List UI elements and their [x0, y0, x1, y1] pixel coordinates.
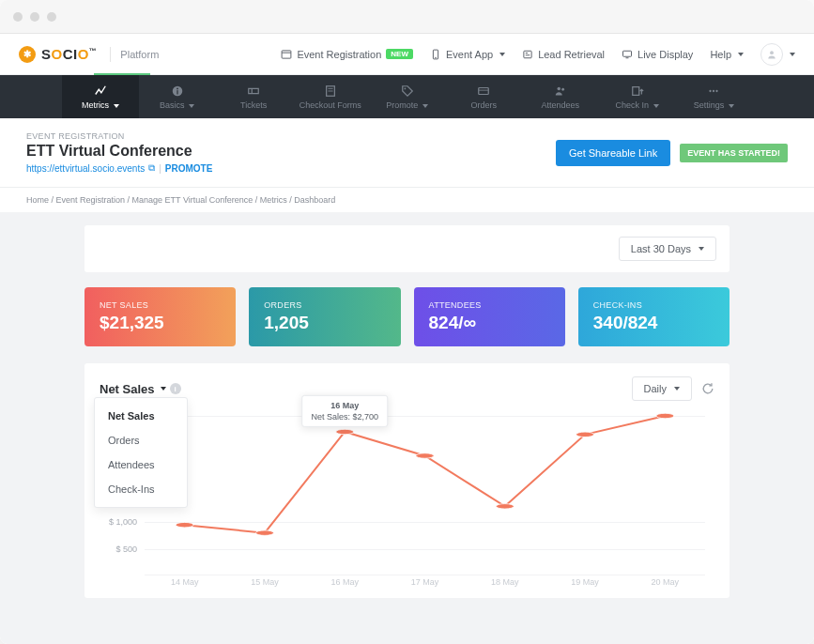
- nav-basics[interactable]: Basics: [139, 75, 216, 118]
- chevron-down-icon: [499, 53, 505, 56]
- nav-label: Metrics: [82, 100, 119, 110]
- window-dot: [13, 12, 23, 22]
- y-axis-label: $ 1,000: [109, 517, 143, 527]
- nav-check in[interactable]: Check In: [599, 75, 676, 118]
- x-axis-label: 16 May: [305, 577, 385, 594]
- topnav-event-app[interactable]: Event App: [430, 49, 505, 60]
- dropdown-item[interactable]: Check-Ins: [95, 477, 187, 501]
- chart-tooltip: 16 MayNet Sales: $2,700: [301, 395, 388, 427]
- form-icon: [323, 84, 338, 98]
- topnav-lead-retrieval[interactable]: Lead Retrieval: [522, 49, 605, 60]
- product-label: Platform: [110, 47, 168, 62]
- stat-label: ATTENDEES: [429, 300, 550, 310]
- x-axis-label: 18 May: [465, 577, 545, 594]
- page-title: ETT Virtual Conference: [26, 143, 556, 160]
- stat-label: ORDERS: [264, 300, 385, 310]
- main-nav: Metrics Basics Tickets Checkout Forms Pr…: [0, 75, 814, 118]
- people-icon: [553, 84, 568, 98]
- event-status-badge: EVENT HAS STARTED!: [680, 144, 788, 162]
- tag-icon: [400, 84, 415, 98]
- nav-attendees[interactable]: Attendees: [522, 75, 599, 118]
- nav-settings[interactable]: Settings: [675, 75, 752, 118]
- topnav-event-registration[interactable]: Event Registration NEW: [281, 49, 413, 60]
- data-point[interactable]: [496, 504, 514, 509]
- ticket-icon: [246, 84, 261, 98]
- nav-orders[interactable]: Orders: [445, 75, 522, 118]
- metric-dropdown: Net Sales Orders Attendees Check-Ins: [94, 397, 188, 508]
- data-point[interactable]: [176, 522, 193, 527]
- chart-interval-select[interactable]: Daily: [632, 376, 692, 401]
- stat-label: CHECK-INS: [593, 300, 714, 310]
- nav-checkout forms[interactable]: Checkout Forms: [292, 75, 369, 118]
- dropdown-item[interactable]: Net Sales: [95, 404, 187, 428]
- nav-promote[interactable]: Promote: [369, 75, 446, 118]
- svg-rect-0: [283, 50, 292, 57]
- stat-value: $21,325: [100, 313, 221, 333]
- svg-point-22: [710, 89, 712, 91]
- dots-icon: [706, 84, 721, 98]
- tooltip-date: 16 May: [311, 401, 378, 410]
- logo-mark-icon: ✱: [19, 46, 36, 63]
- breadcrumb[interactable]: Home / Event Registration / Manage ETT V…: [0, 187, 814, 212]
- chevron-down-icon: [790, 53, 795, 56]
- event-url-link[interactable]: https://ettvirtual.socio.events: [26, 163, 145, 174]
- brand-logo[interactable]: ✱ SOCIO™: [19, 46, 97, 63]
- nav-label: Check In: [616, 100, 659, 110]
- new-badge: NEW: [386, 49, 413, 59]
- svg-point-9: [770, 51, 774, 54]
- stat-card-orders[interactable]: ORDERS 1,205: [249, 287, 400, 346]
- svg-point-16: [404, 87, 406, 89]
- data-point[interactable]: [255, 530, 273, 535]
- user-menu[interactable]: [760, 43, 795, 66]
- orders-icon: [476, 84, 491, 98]
- nav-label: Promote: [386, 100, 428, 110]
- svg-point-24: [716, 89, 718, 91]
- refresh-icon[interactable]: [701, 382, 714, 395]
- stat-label: NET SALES: [100, 300, 221, 310]
- chevron-down-icon: [699, 247, 704, 251]
- page-header: EVENT REGISTRATION ETT Virtual Conferenc…: [0, 118, 814, 187]
- date-range-select[interactable]: Last 30 Days: [619, 237, 716, 261]
- svg-point-20: [561, 87, 564, 90]
- x-axis-label: 14 May: [145, 577, 224, 594]
- data-point[interactable]: [576, 432, 594, 437]
- checkin-icon: [630, 84, 645, 98]
- chevron-down-icon: [738, 53, 744, 56]
- svg-point-19: [557, 86, 561, 90]
- promote-link[interactable]: PROMOTE: [165, 163, 213, 174]
- chart-metric-select[interactable]: Net Sales i: [100, 382, 181, 396]
- chart-body: $ 3,000$ 1,000$ 500 16 MayNet Sales: $2,…: [100, 416, 714, 594]
- x-axis-label: 20 May: [625, 577, 705, 594]
- stat-value: 824/∞: [429, 313, 550, 333]
- browser-chrome: [0, 0, 814, 34]
- nav-metrics[interactable]: Metrics: [62, 75, 139, 118]
- stat-card-check-ins[interactable]: CHECK-INS 340/824: [578, 287, 730, 346]
- info-icon[interactable]: i: [170, 383, 181, 394]
- dropdown-item[interactable]: Orders: [95, 428, 187, 452]
- window-icon: [281, 49, 292, 60]
- tooltip-value: Net Sales: $2,700: [311, 412, 378, 422]
- topnav-live-display[interactable]: Live Display: [622, 49, 693, 60]
- stat-card-attendees[interactable]: ATTENDEES 824/∞: [414, 287, 565, 346]
- brand-name: SOCIO™: [41, 46, 97, 62]
- nav-tickets[interactable]: Tickets: [215, 75, 292, 118]
- stat-card-net-sales[interactable]: NET SALES $21,325: [84, 287, 236, 346]
- data-point[interactable]: [336, 429, 354, 434]
- dropdown-item[interactable]: Attendees: [95, 452, 187, 477]
- svg-point-11: [177, 87, 178, 89]
- nav-label: Tickets: [240, 100, 267, 110]
- data-point[interactable]: [416, 453, 434, 458]
- window-dot: [30, 12, 39, 22]
- shareable-link-button[interactable]: Get Shareable Link: [556, 140, 670, 166]
- stat-value: 340/824: [593, 313, 714, 333]
- stat-value: 1,205: [264, 313, 385, 333]
- window-dot: [47, 12, 56, 22]
- x-axis-label: 15 May: [224, 577, 304, 594]
- header-eyebrow: EVENT REGISTRATION: [26, 131, 556, 141]
- data-point[interactable]: [656, 413, 674, 418]
- topnav-help[interactable]: Help: [710, 49, 744, 60]
- phone-icon: [430, 49, 441, 60]
- svg-rect-17: [479, 87, 489, 94]
- svg-rect-4: [524, 51, 531, 58]
- chart-panel: Net Sales i Daily Net Sales Orders Atten…: [84, 363, 730, 598]
